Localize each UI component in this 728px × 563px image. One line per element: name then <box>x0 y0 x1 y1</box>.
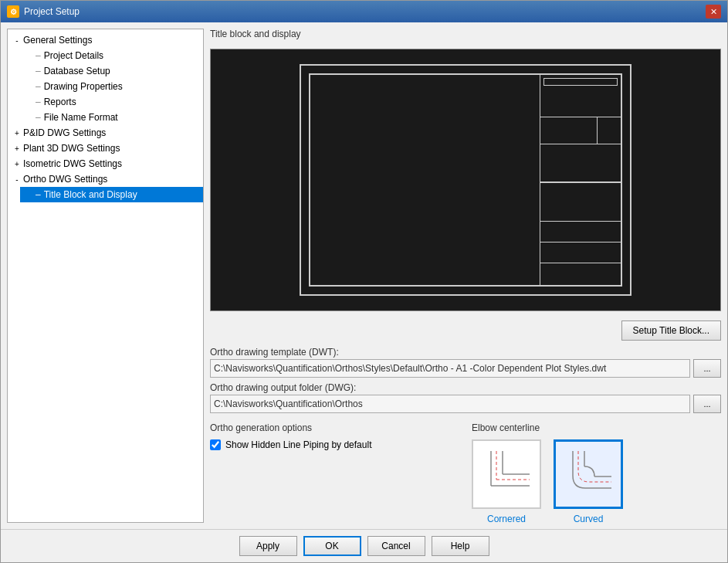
tb-row5-a <box>540 222 621 242</box>
sidebar-label-reports: Reports <box>44 97 200 107</box>
sidebar-label-pid-dwg-settings: P&ID DWG Settings <box>23 127 200 138</box>
elbow-cornered-svg <box>476 443 537 505</box>
leaf-icon-database-setup: – <box>36 66 41 76</box>
setup-btn-row: Setup Title Block... <box>210 321 721 341</box>
spacer-database-setup <box>23 65 36 77</box>
setup-title-block-button[interactable]: Setup Title Block... <box>621 321 721 341</box>
sidebar-item-plant-3d-dwg-settings[interactable]: + Plant 3D DWG Settings <box>8 141 203 156</box>
elbow-curved-svg <box>557 443 619 505</box>
form-section: Ortho drawing template (DWT): ... Ortho … <box>210 347 721 413</box>
elbow-curved-label: Curved <box>574 514 604 523</box>
leaf-icon-drawing-properties: – <box>36 81 41 92</box>
elbow-centerline-section: Elbow centerline <box>472 422 721 523</box>
sidebar-label-project-details: Project Details <box>44 50 200 61</box>
sidebar-label-general-settings: General Settings <box>23 35 200 46</box>
elbow-curved-preview <box>554 439 623 509</box>
drawing-outer-border <box>309 73 622 287</box>
main-panel: Title block and display <box>210 29 721 523</box>
expand-icon-plant3d: + <box>11 142 23 154</box>
ok-button[interactable]: OK <box>303 536 361 556</box>
app-icon: ⚙ <box>7 5 19 18</box>
dwg-drawing-preview <box>300 64 631 296</box>
ortho-folder-section: Ortho drawing output folder (DWG): ... <box>210 382 721 413</box>
svg-rect-7 <box>561 447 615 501</box>
ortho-template-browse-button[interactable]: ... <box>693 359 721 378</box>
cancel-button[interactable]: Cancel <box>367 536 425 556</box>
sidebar-item-ortho-dwg-settings[interactable]: - Ortho DWG Settings <box>8 171 203 187</box>
sidebar-item-title-block-display[interactable]: – Title Block and Display <box>20 187 203 202</box>
tb-row-2 <box>540 117 621 144</box>
spacer-file-name-format <box>23 111 36 124</box>
sidebar-label-drawing-properties: Drawing Properties <box>44 81 200 92</box>
ortho-folder-browse-button[interactable]: ... <box>693 395 721 413</box>
show-hidden-line-label: Show Hidden Line Piping by default <box>225 439 371 450</box>
expand-icon-general: - <box>11 34 23 46</box>
window-controls: ✕ <box>706 5 721 19</box>
sidebar-label-isometric-dwg-settings: Isometric DWG Settings <box>23 158 200 169</box>
tb-row5-b <box>540 242 621 263</box>
elbow-curved-option[interactable]: Curved <box>554 439 623 523</box>
title-bar: ⚙ Project Setup ✕ <box>1 1 727 22</box>
tb-row-3 <box>540 144 621 183</box>
sidebar-label-database-setup: Database Setup <box>44 66 200 76</box>
elbow-cornered-option[interactable]: Cornered <box>472 439 541 523</box>
leaf-icon-file-name-format: – <box>36 112 41 123</box>
expand-icon-isometric: + <box>11 158 23 170</box>
ortho-folder-input[interactable] <box>210 395 690 413</box>
elbow-cornered-preview <box>472 439 541 509</box>
sidebar-item-project-details[interactable]: – Project Details <box>20 48 203 63</box>
spacer-project-details <box>23 49 36 62</box>
sidebar-label-file-name-format: File Name Format <box>44 112 200 123</box>
tb-row3-line <box>540 181 621 182</box>
spacer-reports <box>23 96 36 108</box>
sidebar-item-isometric-dwg-settings[interactable]: + Isometric DWG Settings <box>8 156 203 171</box>
section-header: Title block and display <box>210 29 721 39</box>
spacer-drawing-properties <box>23 80 36 93</box>
ortho-folder-label: Ortho drawing output folder (DWG): <box>210 382 721 393</box>
leaf-icon-reports: – <box>36 97 41 107</box>
ortho-template-label: Ortho drawing template (DWT): <box>210 347 721 358</box>
sidebar-item-drawing-properties[interactable]: – Drawing Properties <box>20 79 203 94</box>
help-button[interactable]: Help <box>432 536 489 556</box>
sidebar-item-general-settings[interactable]: - General Settings <box>8 32 203 48</box>
expand-icon-ortho: - <box>11 173 23 185</box>
elbow-options-container: Cornered <box>472 439 721 523</box>
window-title: Project Setup <box>24 6 80 17</box>
leaf-icon-title-block: – <box>36 189 41 200</box>
tb-row2-col2 <box>598 117 621 144</box>
project-setup-window: ⚙ Project Setup ✕ - General Settings – P… <box>0 0 728 563</box>
apply-button[interactable]: Apply <box>239 536 297 556</box>
ortho-template-input[interactable] <box>210 359 690 378</box>
elbow-centerline-title: Elbow centerline <box>472 422 721 433</box>
ortho-template-row: ... <box>210 359 721 378</box>
ortho-folder-row: ... <box>210 395 721 413</box>
show-hidden-line-checkbox[interactable] <box>210 439 221 450</box>
show-hidden-line-row: Show Hidden Line Piping by default <box>210 439 459 450</box>
sidebar-item-file-name-format[interactable]: – File Name Format <box>20 110 203 125</box>
dialog-footer: Apply OK Cancel Help <box>1 529 727 562</box>
leaf-icon-project-details: – <box>36 50 41 61</box>
title-block-area <box>540 75 621 285</box>
tb-row-5 <box>540 222 621 285</box>
tb-row2-col1 <box>540 117 598 144</box>
spacer-title-block <box>23 188 36 201</box>
sidebar-tree: - General Settings – Project Details – D… <box>7 29 204 523</box>
sidebar-item-pid-dwg-settings[interactable]: + P&ID DWG Settings <box>8 125 203 141</box>
sidebar-item-reports[interactable]: – Reports <box>20 94 203 110</box>
ortho-options-section: Ortho generation options Show Hidden Lin… <box>210 422 459 523</box>
content-area: - General Settings – Project Details – D… <box>1 22 727 529</box>
ortho-template-section: Ortho drawing template (DWT): ... <box>210 347 721 378</box>
close-button[interactable]: ✕ <box>706 5 721 19</box>
tb-row-4 <box>540 183 621 222</box>
sidebar-item-database-setup[interactable]: – Database Setup <box>20 63 203 79</box>
tb-header-text <box>543 78 618 86</box>
elbow-cornered-label: Cornered <box>487 514 526 523</box>
options-section: Ortho generation options Show Hidden Lin… <box>210 422 721 523</box>
title-bar-left: ⚙ Project Setup <box>7 5 80 18</box>
ortho-options-title: Ortho generation options <box>210 422 459 433</box>
sidebar-label-plant-3d-dwg-settings: Plant 3D DWG Settings <box>23 143 200 154</box>
sidebar-label-title-block-display: Title Block and Display <box>44 189 200 200</box>
expand-icon-pid: + <box>11 127 23 139</box>
sidebar-label-ortho-dwg-settings: Ortho DWG Settings <box>23 174 200 185</box>
tb-row-1 <box>540 75 621 117</box>
